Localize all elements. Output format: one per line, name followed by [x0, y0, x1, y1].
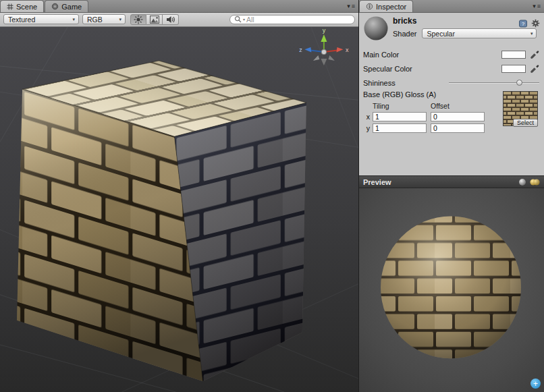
specular-color-row: Specular Color [363, 61, 540, 76]
tab-inspector-label: Inspector [376, 3, 406, 11]
scene-tabbar: Scene Game ▾≡ [0, 0, 358, 13]
lighting-toggle-button[interactable] [130, 14, 146, 25]
brick-cube[interactable] [17, 61, 306, 381]
y-offset-input[interactable] [431, 123, 485, 133]
svg-text:?: ? [522, 21, 525, 27]
preview-sphere-icon[interactable] [518, 178, 526, 186]
material-properties: Main Color Specular Color Shininess [363, 47, 540, 142]
inspector-panel: Inspector ▾≡ bricks Shader Specular [359, 0, 544, 392]
scene-grid-icon [7, 3, 13, 10]
material-info: bricks Shader Specular ▾ [393, 16, 537, 41]
specular-color-label: Specular Color [363, 65, 501, 73]
tab-scene-label: Scene [16, 3, 37, 11]
material-name: bricks [393, 16, 537, 26]
preview-header[interactable]: Preview [359, 175, 544, 188]
shininess-label: Shininess [363, 79, 449, 87]
shininess-slider[interactable] [449, 79, 539, 87]
audio-toggle-button[interactable] [163, 14, 179, 25]
unity-editor-window: Scene Game ▾≡ Textured ▾ RGB ▾ [0, 0, 544, 392]
main-color-row: Main Color [363, 47, 540, 61]
shader-label: Shader [393, 30, 416, 38]
eyedropper-icon[interactable] [531, 64, 540, 74]
gizmo-y-label: y [323, 27, 326, 34]
shininess-thumb[interactable] [516, 80, 522, 86]
scene-panel-menu-icon[interactable]: ▾≡ [344, 3, 358, 9]
offset-header: Offset [431, 102, 489, 111]
eyedropper-icon[interactable] [531, 50, 540, 59]
panel-menu-hamburger-icon: ≡ [352, 3, 355, 9]
render-channel-dropdown[interactable]: RGB ▾ [82, 14, 126, 24]
dropdown-arrow-icon: ▾ [68, 17, 75, 22]
preview-header-icons [518, 178, 540, 186]
x-offset-input[interactable] [431, 112, 485, 121]
gizmo-z-label: z [299, 47, 302, 53]
y-tiling-input[interactable] [373, 123, 427, 133]
search-scope-arrow-icon: ▾ [243, 17, 245, 22]
sun-icon [134, 15, 143, 24]
scene-3d-render: y x z [0, 27, 358, 392]
tiling-header: Tiling [373, 102, 431, 111]
material-preview-sphere[interactable] [359, 188, 544, 392]
x-axis-label: x [363, 113, 370, 121]
dropdown-arrow-icon: ▾ [526, 31, 533, 36]
panel-menu-hamburger-icon: ≡ [537, 3, 541, 9]
main-color-label: Main Color [363, 51, 501, 59]
scene-panel: Scene Game ▾≡ Textured ▾ RGB ▾ [0, 0, 359, 392]
image-icon [150, 16, 159, 24]
slider-track[interactable] [449, 82, 539, 84]
gear-icon[interactable] [531, 19, 540, 28]
tab-game-label: Game [61, 3, 82, 11]
shininess-row: Shininess [363, 76, 540, 90]
search-icon [234, 16, 242, 23]
tab-game[interactable]: Game [45, 0, 88, 12]
base-texture-section: Base (RGB) Gloss (A) Tiling Offset x y [363, 90, 540, 142]
speaker-icon [166, 16, 175, 24]
preview-panel: Preview [359, 175, 544, 392]
tab-inspector[interactable]: Inspector [359, 0, 413, 12]
gizmo-x-label: x [346, 47, 349, 53]
panel-menu-arrow-icon: ▾ [347, 3, 350, 9]
shader-dropdown[interactable]: Specular ▾ [422, 28, 537, 38]
tab-scene[interactable]: Scene [0, 0, 44, 12]
scene-view-toggles [130, 14, 179, 25]
x-tiling-input[interactable] [373, 112, 427, 121]
gizmo-center[interactable] [321, 49, 326, 54]
skybox-fx-toggle-button[interactable] [146, 14, 163, 25]
y-axis-label: y [363, 124, 370, 132]
scene-toolbar: Textured ▾ RGB ▾ ▾ All [0, 13, 358, 27]
main-color-swatch[interactable] [501, 51, 526, 59]
draw-mode-dropdown[interactable]: Textured ▾ [3, 14, 79, 24]
game-icon [51, 3, 59, 10]
panel-menu-arrow-icon: ▾ [533, 3, 536, 9]
inspector-tabbar: Inspector ▾≡ [359, 0, 544, 13]
preview-title: Preview [363, 178, 391, 186]
material-header: bricks Shader Specular ▾ [363, 16, 540, 41]
select-texture-button[interactable]: Select [513, 119, 538, 127]
scene-viewport[interactable]: y x z [0, 27, 358, 392]
search-field[interactable]: ▾ All [229, 15, 355, 24]
preview-area[interactable]: + [359, 188, 544, 392]
preview-add-button[interactable]: + [531, 379, 541, 389]
inspector-panel-menu-icon[interactable]: ▾≡ [529, 3, 544, 9]
shader-value: Specular [427, 30, 454, 38]
inspector-icon [366, 3, 373, 10]
inspector-header-icons: ? [519, 19, 540, 28]
preview-light-icon[interactable] [530, 178, 540, 186]
search-filter-label: All [246, 16, 254, 24]
specular-color-swatch[interactable] [501, 65, 526, 73]
render-channel-value: RGB [87, 16, 103, 24]
help-icon[interactable]: ? [519, 20, 527, 28]
material-ball-thumbnail[interactable] [363, 16, 389, 41]
inspector-body: bricks Shader Specular ▾ ? Main Color [359, 13, 544, 175]
draw-mode-value: Textured [8, 16, 35, 24]
dropdown-arrow-icon: ▾ [115, 17, 121, 22]
